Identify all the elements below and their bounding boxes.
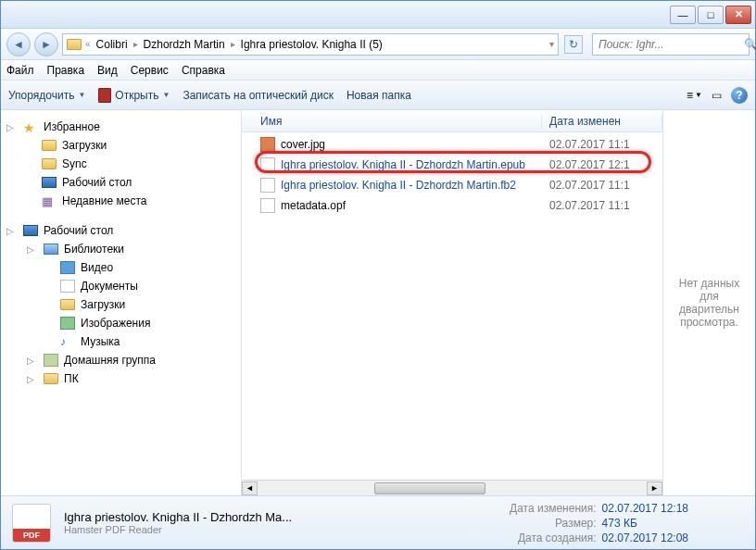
nav-downloads2[interactable]: Загрузки	[1, 295, 241, 314]
prop-value: 02.07.2017 12:18	[602, 502, 688, 515]
search-box[interactable]: 🔍	[592, 33, 750, 56]
nav-pictures[interactable]: Изображения	[1, 314, 241, 332]
titlebar: — □ ✕	[1, 1, 755, 29]
chevron-icon: ▸	[133, 39, 138, 49]
nav-documents[interactable]: Документы	[1, 277, 241, 295]
file-name: Ighra priestolov. Knigha II - Dzhordzh M…	[281, 179, 542, 192]
menubar: Файл Правка Вид Сервис Справка	[1, 60, 755, 81]
chevron-icon: ▸	[231, 39, 235, 49]
explorer-window: — □ ✕ ◄ ► « Colibri ▸ Dzhordzh Martin ▸ …	[0, 0, 756, 550]
toolbar: Упорядочить▼ Открыть▼ Записать на оптиче…	[1, 81, 755, 110]
column-name[interactable]: Имя	[242, 115, 542, 128]
preview-pane-button[interactable]: ▭	[712, 89, 722, 102]
file-list: Имя Дата изменен cover.jpg 02.07.2017 11…	[242, 110, 662, 495]
scroll-left-button[interactable]: ◄	[242, 481, 258, 495]
horizontal-scrollbar[interactable]: ◄ ►	[242, 480, 662, 495]
minimize-button[interactable]: —	[670, 6, 696, 24]
file-row[interactable]: cover.jpg 02.07.2017 11:1	[242, 134, 662, 155]
breadcrumb-mid[interactable]: Dzhordzh Martin	[142, 38, 227, 51]
file-row-selected[interactable]: Ighra priestolov. Knigha II - Dzhordzh M…	[242, 155, 662, 175]
nav-libraries[interactable]: ▷Библиотеки	[1, 240, 241, 258]
nav-videos[interactable]: Видео	[1, 258, 241, 277]
navbar: ◄ ► « Colibri ▸ Dzhordzh Martin ▸ Ighra …	[1, 29, 755, 60]
fb2-icon	[260, 178, 275, 193]
status-filename: Ighra priestolov. Knigha II - Dzhordzh M…	[64, 510, 292, 524]
nav-sync[interactable]: Sync	[1, 155, 241, 173]
breadcrumb-root[interactable]: Colibri	[94, 38, 130, 51]
prop-label: Размер:	[495, 517, 597, 530]
file-type-icon: PDF	[12, 504, 51, 543]
file-name: metadata.opf	[281, 199, 542, 212]
open-button[interactable]: Открыть▼	[98, 88, 170, 103]
nav-homegroup[interactable]: ▷Домашняя группа	[1, 351, 241, 369]
file-name: Ighra priestolov. Knigha II - Dzhordzh M…	[281, 158, 542, 171]
close-button[interactable]: ✕	[725, 6, 751, 24]
nav-downloads[interactable]: Загрузки	[1, 136, 241, 155]
menu-edit[interactable]: Правка	[47, 64, 85, 77]
folder-icon	[67, 39, 82, 50]
menu-help[interactable]: Справка	[182, 64, 225, 77]
prop-value: 02.07.2017 12:08	[602, 531, 688, 544]
prop-label: Дата изменения:	[495, 502, 597, 515]
file-row[interactable]: Ighra priestolov. Knigha II - Dzhordzh M…	[242, 175, 662, 195]
maximize-button[interactable]: □	[698, 6, 724, 24]
column-date[interactable]: Дата изменен	[542, 115, 662, 128]
nav-pc[interactable]: ▷ПК	[1, 369, 241, 388]
file-date: 02.07.2017 11:1	[542, 138, 662, 151]
opf-icon	[260, 198, 275, 213]
back-button[interactable]: ◄	[6, 32, 31, 56]
organize-button[interactable]: Упорядочить▼	[8, 89, 85, 102]
breadcrumb-leaf[interactable]: Ighra priestolov. Knigha II (5)	[239, 38, 384, 51]
forward-button[interactable]: ►	[34, 32, 58, 56]
scroll-thumb[interactable]	[374, 482, 485, 494]
preview-text: Нет данных для дварительн просмотра.	[671, 277, 748, 329]
preview-pane: Нет данных для дварительн просмотра.	[662, 110, 755, 495]
nav-desktop-root[interactable]: ▷Рабочий стол	[1, 221, 241, 240]
book-icon	[98, 88, 111, 103]
status-app: Hamster PDF Reader	[64, 524, 292, 535]
chevron-icon: «	[85, 39, 91, 49]
navigation-pane: ▷★Избранное Загрузки Sync Рабочий стол ▦…	[1, 110, 242, 495]
dropdown-icon[interactable]: ▾	[549, 39, 554, 49]
file-date: 02.07.2017 12:1	[542, 158, 662, 171]
refresh-button[interactable]: ↻	[564, 35, 583, 54]
menu-view[interactable]: Вид	[97, 64, 118, 77]
status-bar: PDF Ighra priestolov. Knigha II - Dzhord…	[1, 495, 755, 549]
nav-desktop[interactable]: Рабочий стол	[1, 173, 241, 192]
scroll-right-button[interactable]: ►	[647, 481, 662, 495]
epub-icon	[260, 157, 275, 172]
nav-favorites[interactable]: ▷★Избранное	[1, 118, 241, 136]
file-date: 02.07.2017 11:1	[542, 199, 662, 212]
menu-file[interactable]: Файл	[6, 64, 34, 77]
search-icon[interactable]: 🔍	[744, 38, 756, 51]
prop-label: Дата создания:	[495, 531, 597, 544]
search-input[interactable]	[593, 38, 744, 51]
nav-recent[interactable]: ▦Недавние места	[1, 192, 241, 210]
address-bar[interactable]: « Colibri ▸ Dzhordzh Martin ▸ Ighra prie…	[62, 33, 559, 56]
file-row[interactable]: metadata.opf 02.07.2017 11:1	[242, 195, 662, 216]
file-name: cover.jpg	[281, 138, 542, 151]
file-date: 02.07.2017 11:1	[542, 179, 662, 192]
view-options-button[interactable]: ≡ ▼	[687, 89, 702, 102]
menu-tools[interactable]: Сервис	[131, 64, 169, 77]
nav-music[interactable]: ♪Музыка	[1, 332, 241, 351]
prop-value: 473 КБ	[602, 517, 637, 530]
jpg-icon	[260, 137, 275, 152]
new-folder-button[interactable]: Новая папка	[346, 89, 411, 102]
burn-button[interactable]: Записать на оптический диск	[183, 89, 334, 102]
help-button[interactable]: ?	[731, 87, 748, 104]
